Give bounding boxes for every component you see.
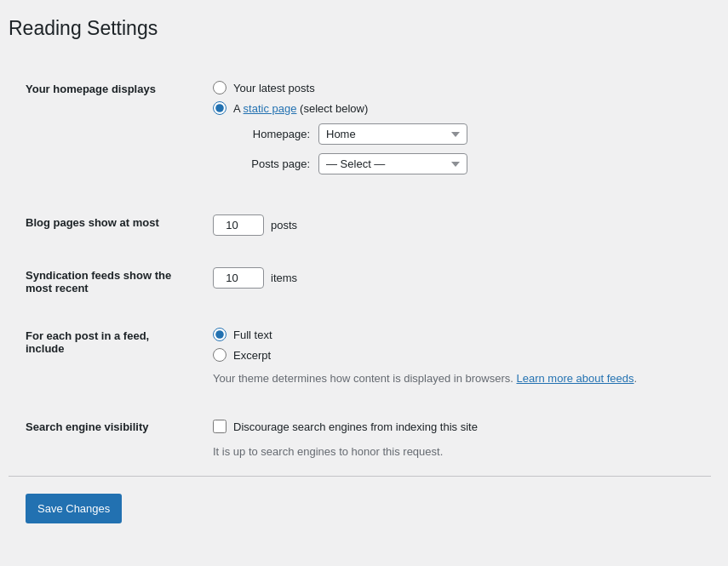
posts-page-select[interactable]: — Select — About Contact Blog (318, 153, 467, 174)
homepage-displays-options: Your latest posts A static page (select … (196, 66, 711, 199)
feed-content-label: For each post in a feed, include (9, 312, 196, 403)
blog-pages-units: posts (271, 219, 297, 232)
feed-content-help: Your theme determines how content is dis… (213, 370, 694, 387)
posts-page-select-row: Posts page: — Select — About Contact Blo… (233, 153, 694, 174)
posts-page-select-label: Posts page: (233, 157, 310, 170)
homepage-displays-label: Your homepage displays (9, 66, 196, 199)
homepage-select-row: Homepage: Home About Contact Blog (233, 123, 694, 145)
syndication-feeds-row: Syndication feeds show the most recent i… (9, 252, 711, 312)
blog-pages-value-cell: posts (196, 199, 711, 252)
discourage-indexing-checkbox[interactable] (213, 420, 226, 433)
static-page-radio[interactable] (213, 101, 226, 115)
feed-content-radio-group: Full text Excerpt (213, 328, 694, 362)
feed-content-row: For each post in a feed, include Full te… (9, 312, 711, 403)
syndication-feeds-label: Syndication feeds show the most recent (9, 252, 196, 312)
full-text-radio[interactable] (213, 328, 226, 341)
blog-pages-input[interactable] (213, 214, 264, 236)
full-text-label: Full text (233, 329, 272, 341)
submit-section: Save Changes (9, 476, 711, 541)
syndication-feeds-input[interactable] (213, 267, 264, 289)
latest-posts-option[interactable]: Your latest posts (213, 81, 694, 94)
excerpt-option[interactable]: Excerpt (213, 348, 694, 362)
homepage-displays-row: Your homepage displays Your latest posts… (9, 66, 711, 199)
excerpt-label: Excerpt (233, 349, 271, 362)
latest-posts-radio[interactable] (213, 81, 226, 94)
feed-content-help-suffix: . (634, 372, 638, 385)
feed-content-options: Full text Excerpt Your theme determines … (196, 312, 711, 403)
static-page-label: A static page (select below) (233, 102, 368, 115)
search-visibility-checkbox-row: Discourage search engines from indexing … (213, 419, 694, 436)
search-visibility-help: It is up to search engines to honor this… (213, 443, 694, 460)
static-page-option[interactable]: A static page (select below) (213, 101, 694, 115)
excerpt-radio[interactable] (213, 348, 226, 362)
feed-content-help-text: Your theme determines how content is dis… (213, 372, 513, 385)
static-page-link[interactable]: static page (244, 102, 297, 115)
syndication-feeds-units: items (271, 272, 297, 284)
syndication-feeds-value-cell: items (196, 252, 711, 312)
search-visibility-label: Search engine visibility (9, 403, 196, 476)
save-changes-button[interactable]: Save Changes (26, 494, 122, 524)
search-visibility-row: Search engine visibility Discourage sear… (9, 403, 711, 476)
latest-posts-label: Your latest posts (233, 82, 315, 94)
full-text-option[interactable]: Full text (213, 328, 694, 341)
blog-pages-input-row: posts (213, 214, 694, 236)
blog-pages-label: Blog pages show at most (9, 199, 196, 252)
homepage-select[interactable]: Home About Contact Blog (318, 123, 467, 145)
discourage-indexing-label: Discourage search engines from indexing … (233, 419, 478, 436)
blog-pages-row: Blog pages show at most posts (9, 199, 711, 252)
learn-more-feeds-link[interactable]: Learn more about feeds (517, 372, 634, 385)
sub-options: Homepage: Home About Contact Blog Posts … (233, 123, 694, 174)
homepage-select-label: Homepage: (233, 128, 310, 140)
syndication-feeds-input-row: items (213, 267, 694, 289)
search-visibility-options: Discourage search engines from indexing … (196, 403, 711, 476)
page-title: Reading Settings (9, 17, 711, 49)
